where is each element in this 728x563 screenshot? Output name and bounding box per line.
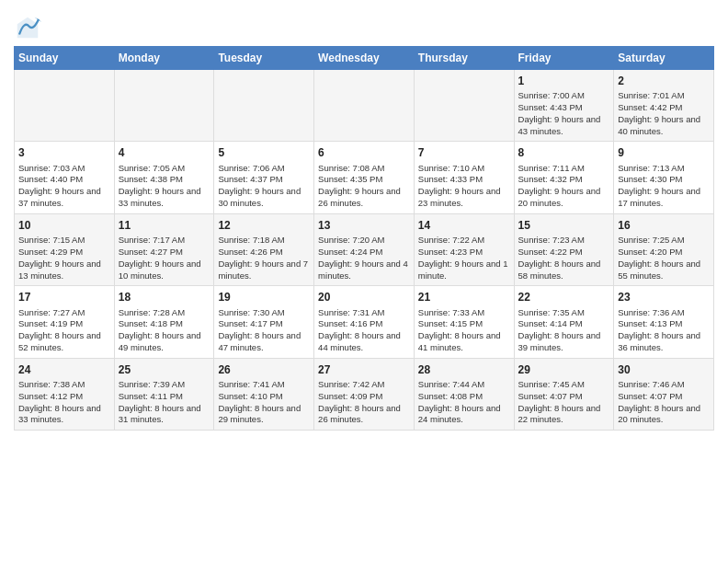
day-number: 18 (119, 290, 210, 304)
day-info: Daylight: 8 hours and 36 minutes. (618, 330, 700, 352)
day-info: Daylight: 8 hours and 26 minutes. (318, 403, 401, 425)
page-header (14, 9, 714, 41)
day-info: Sunset: 4:18 PM (119, 318, 183, 328)
day-info: Sunrise: 7:35 AM (518, 307, 585, 317)
weekday-header: Sunday (15, 47, 115, 70)
day-number: 27 (318, 362, 410, 377)
day-info: Sunrise: 7:18 AM (218, 235, 284, 245)
day-info: Sunset: 4:38 PM (119, 174, 183, 184)
day-info: Sunrise: 7:01 AM (618, 90, 684, 100)
day-info: Sunset: 4:23 PM (418, 247, 483, 257)
day-info: Sunrise: 7:31 AM (318, 307, 384, 317)
day-info: Daylight: 8 hours and 55 minutes. (618, 259, 700, 281)
day-number: 6 (318, 145, 410, 160)
calendar-cell: 23Sunrise: 7:36 AMSunset: 4:13 PMDayligh… (614, 286, 714, 358)
calendar-cell: 30Sunrise: 7:46 AMSunset: 4:07 PMDayligh… (614, 358, 714, 430)
day-info: Sunrise: 7:06 AM (218, 163, 284, 173)
day-info: Sunset: 4:42 PM (618, 102, 682, 112)
day-number: 7 (418, 145, 510, 160)
day-info: Daylight: 9 hours and 23 minutes. (418, 186, 501, 208)
day-number: 29 (518, 362, 610, 377)
calendar-cell: 28Sunrise: 7:44 AMSunset: 4:08 PMDayligh… (414, 358, 514, 430)
calendar-cell: 5Sunrise: 7:06 AMSunset: 4:37 PMDaylight… (214, 142, 314, 213)
day-info: Sunset: 4:17 PM (218, 318, 282, 328)
calendar-cell: 19Sunrise: 7:30 AMSunset: 4:17 PMDayligh… (214, 286, 314, 358)
day-info: Sunrise: 7:10 AM (418, 163, 484, 173)
calendar-cell: 20Sunrise: 7:31 AMSunset: 4:16 PMDayligh… (314, 286, 415, 358)
day-number: 30 (618, 362, 710, 377)
calendar-cell: 13Sunrise: 7:20 AMSunset: 4:24 PMDayligh… (314, 213, 415, 285)
day-number: 15 (518, 218, 610, 233)
day-number: 22 (518, 290, 610, 304)
day-info: Sunrise: 7:45 AM (518, 379, 585, 389)
calendar-cell: 27Sunrise: 7:42 AMSunset: 4:09 PMDayligh… (314, 358, 415, 430)
day-info: Daylight: 9 hours and 4 minutes. (318, 259, 408, 281)
calendar-cell: 3Sunrise: 7:03 AMSunset: 4:40 PMDaylight… (15, 142, 115, 213)
day-info: Daylight: 9 hours and 10 minutes. (119, 259, 201, 281)
calendar-cell: 21Sunrise: 7:33 AMSunset: 4:15 PMDayligh… (414, 286, 514, 358)
day-info: Daylight: 9 hours and 37 minutes. (18, 186, 101, 208)
day-number: 14 (418, 218, 510, 233)
day-number: 11 (119, 218, 210, 233)
day-info: Sunset: 4:40 PM (18, 174, 83, 184)
calendar-week-row: 3Sunrise: 7:03 AMSunset: 4:40 PMDaylight… (15, 142, 714, 213)
calendar-cell: 9Sunrise: 7:13 AMSunset: 4:30 PMDaylight… (614, 142, 714, 213)
day-info: Daylight: 9 hours and 40 minutes. (618, 114, 700, 136)
day-number: 20 (318, 290, 410, 304)
day-info: Sunrise: 7:28 AM (119, 307, 185, 317)
day-info: Sunset: 4:10 PM (218, 391, 282, 401)
calendar-cell: 26Sunrise: 7:41 AMSunset: 4:10 PMDayligh… (214, 358, 314, 430)
day-info: Daylight: 8 hours and 58 minutes. (518, 259, 601, 281)
calendar-cell: 2Sunrise: 7:01 AMSunset: 4:42 PMDaylight… (614, 70, 714, 142)
weekday-header: Wednesday (314, 47, 415, 70)
day-info: Sunrise: 7:23 AM (518, 235, 585, 245)
calendar-week-row: 17Sunrise: 7:27 AMSunset: 4:19 PMDayligh… (15, 286, 714, 358)
day-info: Sunrise: 7:44 AM (418, 379, 484, 389)
weekday-header: Thursday (414, 47, 514, 70)
day-info: Sunrise: 7:41 AM (218, 379, 284, 389)
day-info: Sunset: 4:30 PM (618, 174, 682, 184)
calendar-cell (114, 70, 214, 142)
calendar-body: 1Sunrise: 7:00 AMSunset: 4:43 PMDaylight… (15, 70, 714, 431)
day-info: Sunrise: 7:15 AM (18, 235, 85, 245)
day-info: Daylight: 9 hours and 17 minutes. (618, 186, 700, 208)
day-info: Sunset: 4:32 PM (518, 174, 583, 184)
day-info: Sunset: 4:33 PM (418, 174, 483, 184)
logo-icon (14, 14, 41, 41)
day-info: Sunrise: 7:39 AM (119, 379, 185, 389)
day-number: 17 (18, 290, 110, 304)
day-info: Sunset: 4:43 PM (518, 102, 583, 112)
day-number: 13 (318, 218, 410, 233)
day-info: Sunrise: 7:36 AM (618, 307, 684, 317)
day-info: Daylight: 9 hours and 13 minutes. (18, 259, 101, 281)
day-info: Sunset: 4:07 PM (518, 391, 583, 401)
calendar-cell: 14Sunrise: 7:22 AMSunset: 4:23 PMDayligh… (414, 213, 514, 285)
day-info: Sunrise: 7:25 AM (618, 235, 684, 245)
calendar-cell: 16Sunrise: 7:25 AMSunset: 4:20 PMDayligh… (614, 213, 714, 285)
day-info: Sunset: 4:24 PM (318, 247, 382, 257)
calendar-header: SundayMondayTuesdayWednesdayThursdayFrid… (15, 47, 714, 70)
day-info: Sunset: 4:14 PM (518, 318, 583, 328)
calendar-cell: 17Sunrise: 7:27 AMSunset: 4:19 PMDayligh… (15, 286, 115, 358)
calendar-cell: 18Sunrise: 7:28 AMSunset: 4:18 PMDayligh… (114, 286, 214, 358)
day-info: Daylight: 8 hours and 29 minutes. (218, 403, 301, 425)
day-number: 12 (218, 218, 310, 233)
calendar-cell: 22Sunrise: 7:35 AMSunset: 4:14 PMDayligh… (514, 286, 614, 358)
day-info: Sunrise: 7:20 AM (318, 235, 384, 245)
day-info: Sunrise: 7:08 AM (318, 163, 384, 173)
calendar-week-row: 1Sunrise: 7:00 AMSunset: 4:43 PMDaylight… (15, 70, 714, 142)
page-container: SundayMondayTuesdayWednesdayThursdayFrid… (0, 0, 728, 435)
day-number: 10 (18, 218, 110, 233)
day-info: Sunrise: 7:33 AM (418, 307, 484, 317)
day-info: Daylight: 8 hours and 33 minutes. (18, 403, 101, 425)
weekday-header: Monday (114, 47, 214, 70)
day-number: 8 (518, 145, 610, 160)
day-info: Sunset: 4:26 PM (218, 247, 282, 257)
day-info: Daylight: 8 hours and 52 minutes. (18, 330, 101, 352)
day-info: Sunset: 4:08 PM (418, 391, 483, 401)
calendar-cell: 11Sunrise: 7:17 AMSunset: 4:27 PMDayligh… (114, 213, 214, 285)
calendar-cell: 8Sunrise: 7:11 AMSunset: 4:32 PMDaylight… (514, 142, 614, 213)
day-info: Sunrise: 7:11 AM (518, 163, 585, 173)
day-info: Sunrise: 7:30 AM (218, 307, 284, 317)
day-info: Daylight: 8 hours and 47 minutes. (218, 330, 301, 352)
